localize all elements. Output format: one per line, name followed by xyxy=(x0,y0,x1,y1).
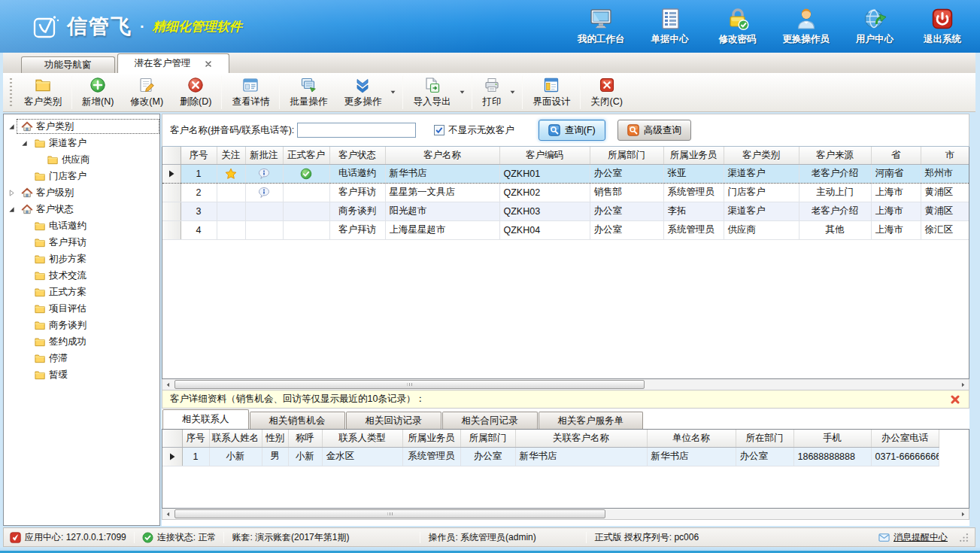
tree-expander[interactable] xyxy=(7,122,17,132)
grid-cell[interactable]: 张亚 xyxy=(663,164,724,183)
hide-invalid-checkbox[interactable] xyxy=(434,125,444,135)
message-center-link[interactable]: 消息提醒中心 xyxy=(894,531,948,544)
toolbar-button-face[interactable]: 客户类别 xyxy=(16,75,70,110)
grid-cell[interactable]: 1 xyxy=(182,447,209,466)
column-header[interactable]: 手机 xyxy=(793,430,871,447)
grid-cell[interactable]: 黄浦区 xyxy=(921,202,969,220)
detail-tab-related-contract-records[interactable]: 相关合同记录 xyxy=(442,412,538,429)
column-header[interactable]: 客户类别 xyxy=(724,147,799,164)
grid-cell[interactable]: 电话邀约 xyxy=(329,164,385,183)
tree-node-technical-exchange[interactable]: 技术交流 xyxy=(4,267,159,284)
scroll-left-button[interactable] xyxy=(162,509,174,519)
tree-expander[interactable] xyxy=(20,138,29,148)
toolbar-button-more-operations[interactable]: 更多操作 xyxy=(335,75,401,110)
column-header[interactable]: 市 xyxy=(921,147,969,164)
grid-cell[interactable] xyxy=(283,202,329,220)
header-action-document-center[interactable]: 单据中心 xyxy=(648,7,693,46)
tab-close-icon[interactable] xyxy=(205,60,212,68)
grid-cell[interactable]: 主动上门 xyxy=(799,183,871,202)
grid-cell[interactable]: 老客户介绍 xyxy=(799,164,871,183)
grid-cell[interactable] xyxy=(217,183,245,202)
toolbar-dropdown-more-operations[interactable] xyxy=(390,75,401,110)
toolbar-button-ui-design[interactable]: 界面设计 xyxy=(524,75,578,110)
column-header[interactable]: 所属部门 xyxy=(460,430,515,447)
query-button[interactable]: 查询(F) xyxy=(539,120,605,141)
toolbar-button-face[interactable]: 修改(M) xyxy=(122,75,171,110)
scroll-right-button[interactable] xyxy=(957,509,969,519)
column-header[interactable]: 联系人类型 xyxy=(322,430,402,447)
grid-cell[interactable]: 其他 xyxy=(799,220,871,239)
resize-grip-icon[interactable] xyxy=(959,533,969,542)
grid-cell[interactable]: 渠道客户 xyxy=(724,202,799,220)
column-header[interactable]: 所属业务员 xyxy=(663,147,724,164)
grid-cell[interactable]: 上海市 xyxy=(871,202,921,220)
grid-cell[interactable]: QZKH02 xyxy=(499,183,590,202)
grid-cell[interactable]: 商务谈判 xyxy=(329,202,385,220)
grid-cell[interactable]: 系统管理员 xyxy=(663,183,724,202)
grid-cell[interactable]: 上海星星超市 xyxy=(385,220,499,239)
detail-tab-related-sales-chances[interactable]: 相关销售机会 xyxy=(250,412,345,429)
tree-node-initial-plan[interactable]: 初步方案 xyxy=(4,251,159,267)
grid-cell[interactable] xyxy=(245,183,283,202)
scroll-track[interactable] xyxy=(174,379,957,390)
table-row[interactable]: 2客户拜访星星第一文具店QZKH02销售部系统管理员门店客户主动上门上海市黄浦区 xyxy=(162,183,969,202)
tree-node-stalled[interactable]: 停滞 xyxy=(4,350,159,366)
tree-node-customer-category[interactable]: 客户类别 xyxy=(4,118,159,135)
detail-tab-related-service-orders[interactable]: 相关客户服务单 xyxy=(539,412,644,429)
grid-cell[interactable]: 销售部 xyxy=(590,183,663,202)
toolbar-button-face[interactable]: 关闭(C) xyxy=(582,75,630,110)
tree-node-signing-success[interactable]: 签约成功 xyxy=(4,333,159,350)
table-row[interactable]: 3商务谈判阳光超市QZKH03办公室李拓渠道客户老客户介绍上海市黄浦区 xyxy=(162,202,969,220)
statusbar-message-center[interactable]: 消息提醒中心 xyxy=(878,531,969,544)
column-header[interactable]: 客户来源 xyxy=(799,147,871,164)
toolbar-button-add[interactable]: 新增(N) xyxy=(74,75,122,110)
grid-cell[interactable]: 老客户介绍 xyxy=(799,202,871,220)
grid-cell[interactable]: 李拓 xyxy=(663,202,724,220)
tab-potential-customer-management[interactable]: 潜在客户管理 xyxy=(117,53,229,73)
detail-tab-related-contacts[interactable]: 相关联系人 xyxy=(162,409,249,429)
column-header[interactable]: 性别 xyxy=(262,430,288,447)
tree-node-customer-status[interactable]: 客户状态 xyxy=(4,201,159,217)
grid-cell[interactable]: 系统管理员 xyxy=(402,447,460,466)
grid-cell[interactable]: 2 xyxy=(181,183,217,202)
row-selector[interactable] xyxy=(162,447,182,466)
tree-node-channel-customer[interactable]: 渠道客户 xyxy=(4,135,159,151)
grid-cell[interactable]: 1 xyxy=(181,164,217,183)
tree-node-store-customer[interactable]: 门店客户 xyxy=(4,168,159,184)
column-header[interactable]: 所属业务员 xyxy=(402,430,460,447)
toolbar-button-print[interactable]: 打印 xyxy=(474,75,520,110)
table-row[interactable]: 1小新男小新金水区系统管理员办公室新华书店新华书店办公室186888888880… xyxy=(162,447,939,466)
header-action-switch-operator[interactable]: 更换操作员 xyxy=(783,7,830,46)
grid-cell[interactable] xyxy=(245,202,283,220)
column-header[interactable]: 省 xyxy=(871,147,921,164)
grid-cell[interactable]: 星星第一文具店 xyxy=(385,183,499,202)
grid-cell[interactable]: 新华书店 xyxy=(515,447,647,466)
column-header[interactable]: 单位名称 xyxy=(647,430,736,447)
grid-cell[interactable]: 系统管理员 xyxy=(663,220,724,239)
detail-tab-related-visit-records[interactable]: 相关回访记录 xyxy=(346,412,441,429)
grid-cell[interactable]: 小新 xyxy=(288,447,322,466)
grid-cell[interactable]: 客户拜访 xyxy=(329,220,385,239)
tree-node-project-evaluation[interactable]: 项目评估 xyxy=(4,300,159,317)
column-header[interactable]: 客户状态 xyxy=(329,147,385,164)
grid-cell[interactable] xyxy=(245,220,283,239)
column-header[interactable]: 关联客户名称 xyxy=(515,430,647,447)
grid-cell[interactable]: 门店客户 xyxy=(724,183,799,202)
grid-cell[interactable]: 河南省 xyxy=(871,164,921,183)
grid-cell[interactable]: 客户拜访 xyxy=(329,183,385,202)
header-action-change-password[interactable]: 修改密码 xyxy=(715,7,760,46)
grid-cell[interactable] xyxy=(217,202,245,220)
advanced-query-button[interactable]: 高级查询 xyxy=(617,120,691,141)
column-header[interactable]: 称呼 xyxy=(288,430,322,447)
toolbar-button-face[interactable]: 界面设计 xyxy=(524,75,578,110)
column-header[interactable]: 序号 xyxy=(181,147,217,164)
grid-cell[interactable] xyxy=(283,220,329,239)
column-header[interactable]: 新批注 xyxy=(245,147,283,164)
toolbar-dropdown-import-export[interactable] xyxy=(459,75,470,110)
column-header[interactable]: 联系人姓名 xyxy=(209,430,262,447)
header-action-my-workbench[interactable]: 我的工作台 xyxy=(578,7,625,46)
grid-cell[interactable]: 18688888888 xyxy=(793,447,871,466)
grid-cell[interactable] xyxy=(283,183,329,202)
grid-cell[interactable] xyxy=(283,164,329,183)
grid-cell[interactable] xyxy=(245,164,283,183)
